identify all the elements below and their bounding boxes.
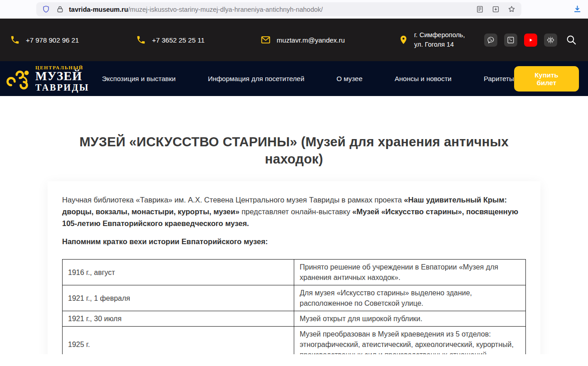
phone-secondary-label[interactable]: +7 3652 25 25 11 xyxy=(152,36,204,44)
address-line-2: ул. Гоголя 14 xyxy=(414,40,465,49)
phone-secondary[interactable]: +7 3652 25 25 11 xyxy=(136,35,204,45)
nav-links: Экспозиция и выставки Информация для пос… xyxy=(102,75,514,82)
intro-part-1: Научная библиотека «Таврика» им. А.Х. Ст… xyxy=(62,196,402,204)
location-pin-icon xyxy=(398,35,408,45)
viewport-cutoff xyxy=(0,354,588,366)
whatsapp-icon xyxy=(506,36,515,44)
phone-primary[interactable]: +7 978 902 96 21 xyxy=(10,35,79,45)
url-path: /muzej-iskusstvo-stariny-muzej-dlya-hran… xyxy=(128,6,323,13)
accessibility-eye-icon xyxy=(546,36,555,44)
contact-bar: +7 978 902 96 21 +7 3652 25 25 11 muztav… xyxy=(0,19,588,61)
accessibility-button[interactable] xyxy=(544,34,557,47)
lock-icon[interactable] xyxy=(56,5,64,14)
nav-item-news[interactable]: Анонсы и новости xyxy=(395,75,452,82)
social-icons xyxy=(484,33,578,47)
nav-item-rarities[interactable]: Раритеты xyxy=(484,75,514,82)
timeline-date: 1916 г., август xyxy=(63,260,294,285)
table-row: 1921 г., 1 февраля Для музея «Искусство … xyxy=(63,285,526,311)
email-label[interactable]: muztavr.m@yandex.ru xyxy=(277,36,345,44)
email-link[interactable]: muztavr.m@yandex.ru xyxy=(261,35,345,45)
page-content: МУЗЕЙ «ИСКУССТВО СТАРИНЫ» (Музей для хра… xyxy=(0,133,588,366)
griffin-logo-icon xyxy=(6,67,32,91)
tracking-shield-icon[interactable] xyxy=(42,5,50,14)
page-title-line-2: находок) xyxy=(45,150,544,168)
address-text: г. Симферополь, ул. Гоголя 14 xyxy=(414,30,465,49)
intro-paragraph: Научная библиотека «Таврика» им. А.Х. Ст… xyxy=(62,194,526,229)
nav-item-visitor-info[interactable]: Информация для посетителей xyxy=(208,75,304,82)
phone-primary-label[interactable]: +7 978 902 96 21 xyxy=(26,36,79,44)
address-block[interactable]: г. Симферополь, ул. Гоголя 14 xyxy=(398,30,465,49)
table-row: 1916 г., август Принято решение об учреж… xyxy=(63,260,526,285)
phone-icon xyxy=(136,35,146,45)
page-title-line-1: МУЗЕЙ «ИСКУССТВО СТАРИНЫ» (Музей для хра… xyxy=(45,133,544,150)
youtube-button[interactable] xyxy=(524,34,537,47)
timeline-date: 1921 г., 1 февраля xyxy=(63,285,294,311)
whatsapp-button[interactable] xyxy=(504,34,517,47)
url-text: tavrida-museum.ru/muzej-iskusstvo-starin… xyxy=(69,6,323,13)
history-timeline-table: 1916 г., август Принято решение об учреж… xyxy=(62,259,526,366)
search-button[interactable] xyxy=(564,33,578,47)
article-card: Научная библиотека «Таврика» им. А.Х. Ст… xyxy=(48,181,540,366)
viber-button[interactable] xyxy=(484,34,497,47)
timeline-date: 1921 г., 30 июля xyxy=(63,311,294,327)
logo-line-2: МУЗЕЙ xyxy=(35,70,89,82)
browser-window: tavrida-museum.ru/muzej-iskusstvo-starin… xyxy=(0,0,588,366)
url-bar[interactable]: tavrida-museum.ru/muzej-iskusstvo-starin… xyxy=(36,2,521,16)
reader-mode-icon[interactable] xyxy=(476,5,484,14)
address-line-1: г. Симферополь, xyxy=(414,30,465,40)
logo-line-3: ТАВРИДЫ xyxy=(35,82,89,93)
download-icon[interactable] xyxy=(573,5,582,14)
page-title: МУЗЕЙ «ИСКУССТВО СТАРИНЫ» (Музей для хра… xyxy=(45,133,544,168)
timeline-event: Принято решение об учреждении в Евпатори… xyxy=(294,260,526,285)
url-bar-actions xyxy=(476,5,516,14)
nav-item-expositions[interactable]: Экспозиция и выставки xyxy=(102,75,176,82)
url-domain: tavrida-museum.ru xyxy=(69,6,128,13)
viber-icon xyxy=(486,36,495,44)
timeline-event: Музей открыт для широкой публики. xyxy=(294,311,526,327)
site-logo[interactable]: ЦЕНТРАЛЬНЫЙ МУЗЕЙ ТАВРИДЫ xyxy=(6,65,89,93)
search-icon xyxy=(565,34,577,46)
youtube-play-icon xyxy=(526,36,535,44)
bookmark-star-icon[interactable] xyxy=(507,5,516,14)
table-row: 1921 г., 30 июля Музей открыт для широко… xyxy=(63,311,526,327)
envelope-icon xyxy=(261,35,271,45)
save-page-icon[interactable] xyxy=(491,5,500,14)
history-subheading: Напомним кратко вехи истории Евпаторийск… xyxy=(62,237,526,246)
timeline-event: Для музея «Искусство старины» выделено з… xyxy=(294,285,526,311)
buy-ticket-button[interactable]: Купить билет xyxy=(514,66,579,92)
intro-part-3: представляет онлайн-выставку xyxy=(242,207,350,216)
main-navigation: ЦЕНТРАЛЬНЫЙ МУЗЕЙ ТАВРИДЫ Экспозиция и в… xyxy=(0,61,588,96)
browser-toolbar: tavrida-museum.ru/muzej-iskusstvo-starin… xyxy=(0,0,588,19)
phone-icon xyxy=(10,35,20,45)
nav-item-about[interactable]: О музее xyxy=(336,75,362,82)
logo-text: ЦЕНТРАЛЬНЫЙ МУЗЕЙ ТАВРИДЫ xyxy=(35,65,89,93)
